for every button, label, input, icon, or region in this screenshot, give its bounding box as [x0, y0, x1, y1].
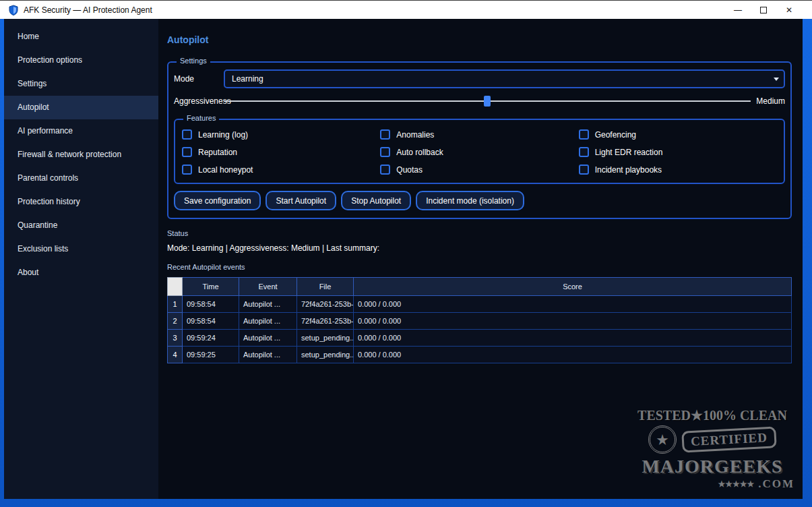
- minimize-icon: —: [734, 5, 742, 15]
- sidebar: Home Protection options Settings Autopil…: [4, 19, 158, 499]
- checkbox-label: Reputation: [198, 148, 237, 157]
- checkbox-box: [579, 129, 589, 140]
- row-number[interactable]: 4: [168, 347, 183, 363]
- checkbox-box: [380, 129, 390, 140]
- checkbox-box: [380, 147, 390, 157]
- row-number[interactable]: 2: [168, 313, 183, 330]
- features-group-label: Features: [183, 114, 219, 122]
- watermark-line1: TESTED★100% CLEAN: [627, 407, 797, 423]
- cell-file[interactable]: setup_pending....: [297, 347, 354, 363]
- cell-score[interactable]: 0.000 / 0.000: [354, 313, 792, 330]
- aggressiveness-value: Medium: [756, 96, 785, 106]
- main-panel: Autopilot Settings Mode Learning: [158, 19, 803, 499]
- table-row[interactable]: 2 09:58:54 Autopilot ... 72f4a261-253b-.…: [168, 313, 792, 330]
- sidebar-item-firewall-network-protection[interactable]: Firewall & network protection: [4, 143, 158, 167]
- checkbox-box: [182, 147, 192, 157]
- row-number[interactable]: 3: [168, 330, 183, 347]
- app-body: Home Protection options Settings Autopil…: [4, 19, 803, 499]
- events-label: Recent Autopilot events: [167, 263, 792, 271]
- features-grid: Learning (log) Anomalies Geofencing: [182, 128, 777, 176]
- minimize-button[interactable]: —: [725, 1, 751, 19]
- aggressiveness-row: Aggressiveness Medium: [174, 95, 785, 107]
- window-frame: Home Protection options Settings Autopil…: [0, 19, 812, 507]
- cell-time[interactable]: 09:59:25: [183, 347, 239, 363]
- checkbox-label: Learning (log): [198, 130, 248, 140]
- mode-row: Mode Learning: [174, 69, 785, 88]
- stop-autopilot-button[interactable]: Stop Autopilot: [341, 191, 411, 210]
- checkbox-quotas[interactable]: Quotas: [380, 163, 578, 176]
- settings-group: Settings Mode Learning Aggressiveness: [167, 61, 792, 219]
- cell-score[interactable]: 0.000 / 0.000: [354, 347, 792, 363]
- sidebar-item-parental-controls[interactable]: Parental controls: [4, 167, 158, 190]
- cell-file[interactable]: setup_pending....: [297, 330, 354, 347]
- status-line: Mode: Learning | Aggressiveness: Medium …: [167, 243, 792, 253]
- sidebar-item-ai-performance[interactable]: AI performance: [4, 119, 158, 143]
- sidebar-item-protection-options[interactable]: Protection options: [4, 49, 158, 72]
- sidebar-item-exclusion-lists[interactable]: Exclusion lists: [4, 237, 158, 261]
- sidebar-item-home[interactable]: Home: [4, 25, 158, 49]
- cell-time[interactable]: 09:58:54: [183, 296, 239, 313]
- incident-mode-button[interactable]: Incident mode (isolation): [416, 191, 524, 210]
- features-group: Features Learning (log) Anomalies: [174, 119, 785, 184]
- table-row[interactable]: 4 09:59:25 Autopilot ... setup_pending..…: [168, 347, 792, 363]
- checkbox-incident-playbooks[interactable]: Incident playbooks: [579, 163, 777, 176]
- checkbox-light-edr-reaction[interactable]: Light EDR reaction: [579, 146, 777, 158]
- table-row[interactable]: 1 09:58:54 Autopilot ... 72f4a261-253b-.…: [168, 296, 792, 313]
- sidebar-item-settings[interactable]: Settings: [4, 72, 158, 96]
- cell-score[interactable]: 0.000 / 0.000: [354, 296, 792, 313]
- checkbox-label: Auto rollback: [396, 148, 443, 157]
- mode-dropdown[interactable]: Learning: [224, 69, 785, 88]
- checkbox-label: Local honeypot: [198, 165, 253, 175]
- window-title: AFK Security — AI Protection Agent: [24, 5, 152, 15]
- checkbox-auto-rollback[interactable]: Auto rollback: [380, 146, 578, 158]
- sidebar-item-autopilot[interactable]: Autopilot: [4, 96, 158, 119]
- cell-file[interactable]: 72f4a261-253b-...: [297, 313, 354, 330]
- sidebar-item-quarantine[interactable]: Quarantine: [4, 214, 158, 237]
- sidebar-item-about[interactable]: About: [4, 261, 158, 285]
- maximize-button[interactable]: [751, 1, 776, 19]
- checkbox-anomalies[interactable]: Anomalies: [380, 128, 578, 141]
- save-configuration-button[interactable]: Save configuration: [174, 191, 261, 210]
- watermark-stars: ★★★★★: [718, 479, 754, 489]
- table-row[interactable]: 3 09:59:24 Autopilot ... setup_pending..…: [168, 330, 792, 347]
- checkbox-learning-log[interactable]: Learning (log): [182, 128, 380, 141]
- events-table: Time Event File Score 1 09:58:54 Autopil…: [167, 277, 792, 363]
- cell-score[interactable]: 0.000 / 0.000: [354, 330, 792, 347]
- col-header-time: Time: [183, 278, 239, 296]
- cell-event[interactable]: Autopilot ...: [239, 313, 297, 330]
- checkbox-local-honeypot[interactable]: Local honeypot: [182, 163, 380, 176]
- close-button[interactable]: ✕: [776, 1, 802, 19]
- action-buttons: Save configuration Start Autopilot Stop …: [174, 191, 785, 210]
- checkbox-geofencing[interactable]: Geofencing: [579, 128, 777, 141]
- shield-icon: [8, 5, 19, 16]
- table-header-row: Time Event File Score: [168, 278, 792, 296]
- watermark-suffix: .COM: [758, 477, 794, 491]
- checkbox-label: Geofencing: [595, 130, 636, 140]
- checkbox-box: [579, 165, 589, 175]
- sidebar-item-protection-history[interactable]: Protection history: [4, 190, 158, 214]
- majorgeeks-watermark: TESTED★100% CLEAN ★ CERTIFIED MAJORGEEKS…: [627, 407, 797, 499]
- checkbox-box: [182, 165, 192, 175]
- cell-event[interactable]: Autopilot ...: [239, 347, 297, 363]
- checkbox-box: [182, 129, 192, 140]
- mode-dropdown-button[interactable]: [769, 71, 784, 87]
- cell-event[interactable]: Autopilot ...: [239, 330, 297, 347]
- aggressiveness-slider[interactable]: [224, 95, 751, 107]
- row-number[interactable]: 1: [168, 296, 183, 313]
- watermark-badge: CERTIFIED: [681, 426, 776, 452]
- cell-time[interactable]: 09:58:54: [183, 313, 239, 330]
- col-header-event: Event: [239, 278, 297, 296]
- page-title: Autopilot: [167, 34, 792, 45]
- aggressiveness-label: Aggressiveness: [174, 96, 224, 106]
- checkbox-reputation[interactable]: Reputation: [182, 146, 380, 158]
- title-bar: AFK Security — AI Protection Agent — ✕: [0, 0, 812, 19]
- cell-file[interactable]: 72f4a261-253b-...: [297, 296, 354, 313]
- checkbox-label: Quotas: [396, 165, 423, 175]
- mode-label: Mode: [174, 74, 224, 84]
- cell-time[interactable]: 09:59:24: [183, 330, 239, 347]
- aggressiveness-slider-handle[interactable]: [484, 96, 491, 107]
- col-header-file: File: [297, 278, 354, 296]
- cell-event[interactable]: Autopilot ...: [239, 296, 297, 313]
- app-window: AFK Security — AI Protection Agent — ✕ H…: [0, 0, 812, 507]
- start-autopilot-button[interactable]: Start Autopilot: [266, 191, 336, 210]
